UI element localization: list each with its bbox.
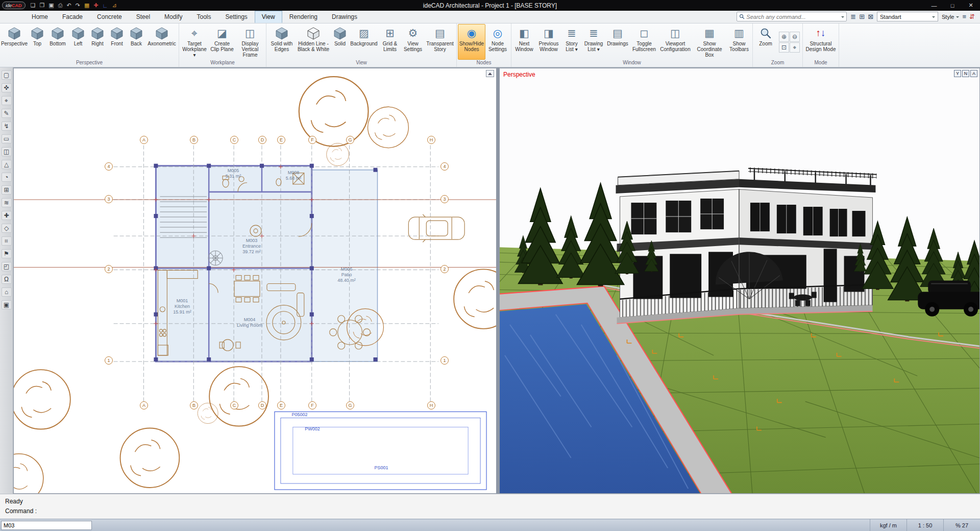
view-settings-button[interactable]: ⚙View Settings bbox=[401, 24, 425, 60]
flag-marker-icon[interactable]: ⚑ bbox=[2, 249, 12, 258]
tab-concrete[interactable]: Concrete bbox=[90, 11, 129, 23]
style-dropdown[interactable]: Style bbox=[942, 14, 959, 20]
new-file-icon[interactable]: ❏ bbox=[29, 2, 38, 9]
grid-tool-icon[interactable]: ⊞ bbox=[2, 185, 12, 195]
front-view-button[interactable]: Front bbox=[107, 24, 127, 60]
triangle-tool-icon[interactable]: △ bbox=[2, 160, 12, 169]
create-clip-plane-button[interactable]: ◪Create Clip Plane bbox=[209, 24, 235, 60]
background-button[interactable]: ▨Background bbox=[349, 24, 379, 60]
tab-drawings[interactable]: Drawings bbox=[325, 11, 364, 23]
tab-settings[interactable]: Settings bbox=[218, 11, 254, 23]
add-node-icon[interactable]: ✚ bbox=[2, 211, 12, 220]
polyline-tool-icon[interactable]: ↯ bbox=[2, 122, 12, 131]
redo-icon[interactable]: ↷ bbox=[74, 2, 82, 9]
snap-grid-icon[interactable]: ▦ bbox=[82, 2, 91, 9]
search-dropdown-icon[interactable] bbox=[841, 16, 844, 19]
tab-home[interactable]: Home bbox=[24, 11, 55, 23]
element-name-field[interactable] bbox=[1, 521, 92, 530]
structural-design-mode-button[interactable]: ↑↓Structural Design Mode bbox=[804, 24, 838, 60]
save-icon[interactable]: ▣ bbox=[46, 2, 56, 9]
close-window-icon[interactable]: ⊠ bbox=[868, 13, 873, 20]
arc-tool-icon[interactable]: ◔ bbox=[2, 173, 12, 182]
diamond-tool-icon[interactable]: ◇ bbox=[2, 224, 12, 233]
selection-tool-icon[interactable]: ▢ bbox=[2, 70, 12, 80]
snap-target-icon[interactable]: ⌖ bbox=[2, 96, 12, 105]
next-window-icon: ◧ bbox=[519, 26, 529, 41]
3d-view-canvas[interactable] bbox=[500, 68, 979, 493]
zoom-extents-button[interactable]: ⊡ bbox=[779, 42, 789, 53]
toggle-fullscreen-button[interactable]: ◻Toggle Fullscreen bbox=[630, 24, 658, 60]
story-list-button[interactable]: ≣Story List ▾ bbox=[561, 24, 582, 60]
next-window-button[interactable]: ◧Next Window bbox=[512, 24, 536, 60]
tab-steel[interactable]: Steel bbox=[129, 11, 157, 23]
tab-view[interactable]: View bbox=[255, 11, 282, 23]
sketch-tool-icon[interactable]: ✎ bbox=[2, 109, 12, 118]
zoom-in-button[interactable]: ⊕ bbox=[779, 32, 789, 42]
grid-limits-button[interactable]: ⊞Grid & Limits bbox=[379, 24, 401, 60]
omega-profile-icon[interactable]: Ω bbox=[2, 275, 12, 284]
perspective-view-button[interactable]: Perspective bbox=[1, 24, 28, 60]
solid-button[interactable]: Solid bbox=[331, 24, 349, 60]
axis-icon[interactable]: ∟ bbox=[101, 3, 110, 9]
left-view-button[interactable]: Left bbox=[68, 24, 88, 60]
axonometric-view-button[interactable]: Axonometric bbox=[146, 24, 178, 60]
zoom-button[interactable]: Zoom bbox=[754, 24, 777, 60]
plan-scroll-up-button[interactable] bbox=[486, 70, 494, 77]
show-toolbars-button[interactable]: ▥Show Toolbars bbox=[727, 24, 751, 60]
zoom-out-button[interactable]: ⊖ bbox=[790, 32, 800, 42]
perspective-viewport[interactable]: Perspective YNA bbox=[499, 68, 980, 494]
target-workplane-button[interactable]: ⌖Target Workplane ▾ bbox=[180, 24, 209, 60]
tab-facade[interactable]: Facade bbox=[55, 11, 90, 23]
toolbar-menu-icon[interactable]: ≡ bbox=[963, 13, 967, 20]
viewport-control-y[interactable]: Y bbox=[954, 70, 961, 77]
tab-tools[interactable]: Tools bbox=[189, 11, 218, 23]
top-view-button[interactable]: Top bbox=[28, 24, 47, 60]
viewport-control-n[interactable]: N bbox=[962, 70, 969, 77]
refresh-icon[interactable]: ⇵ bbox=[969, 13, 975, 20]
right-view-button[interactable]: Right bbox=[88, 24, 107, 60]
standart-combo[interactable]: Standart bbox=[877, 12, 938, 21]
scale-indicator[interactable]: 1 : 50 bbox=[906, 519, 943, 531]
maximize-button[interactable]: □ bbox=[943, 0, 962, 11]
tab-rendering[interactable]: Rendering bbox=[282, 11, 325, 23]
close-button[interactable]: ✕ bbox=[962, 0, 980, 11]
corner-tool-icon[interactable]: ◰ bbox=[2, 262, 12, 271]
fill-region-icon[interactable]: ▣ bbox=[2, 300, 12, 309]
hatch-tool-icon[interactable]: ≋ bbox=[2, 198, 12, 207]
print-icon[interactable]: ⎙ bbox=[56, 2, 65, 9]
measure-icon[interactable]: ✚ bbox=[91, 2, 100, 9]
minimize-button[interactable]: — bbox=[925, 0, 943, 11]
open-file-icon[interactable]: ❐ bbox=[37, 2, 46, 9]
move-tool-icon[interactable]: ✜ bbox=[2, 83, 12, 92]
floor-plan-canvas[interactable] bbox=[14, 68, 496, 493]
zoom-percent-indicator[interactable]: % 27 bbox=[943, 519, 980, 531]
rectangle-tool-icon[interactable]: ▭ bbox=[2, 134, 12, 143]
drawings-button[interactable]: ▤Drawings bbox=[605, 24, 630, 60]
tile-windows-icon[interactable]: ⊞ bbox=[859, 13, 865, 20]
tab-modify[interactable]: Modify bbox=[157, 11, 189, 23]
zoom-window-button[interactable]: ⌖ bbox=[790, 42, 800, 53]
show-hide-nodes-button[interactable]: ◉Show/Hide Nodes bbox=[458, 24, 485, 60]
story-panel-icon[interactable]: ≣ bbox=[850, 13, 856, 20]
bottom-view-button[interactable]: Bottom bbox=[47, 24, 68, 60]
viewport-configuration-button[interactable]: ◫Viewport Configuration bbox=[658, 24, 692, 60]
search-input[interactable] bbox=[746, 14, 840, 20]
plan-viewport[interactable]: AABBCCDDEEFFGGHH44332211M0055.31 m²M0085… bbox=[13, 68, 497, 494]
home-tool-icon[interactable]: ⌂ bbox=[2, 287, 12, 297]
node-settings-button[interactable]: ◎Node Settings bbox=[485, 24, 510, 60]
back-view-button[interactable]: Back bbox=[127, 24, 146, 60]
display-vertical-frame-button[interactable]: ◫Display Vertical Frame bbox=[235, 24, 265, 60]
transparent-story-button[interactable]: ▤Transparent Story bbox=[425, 24, 455, 60]
wall-tool-icon[interactable]: ◫ bbox=[2, 147, 12, 156]
show-coordinate-box-button[interactable]: ▦Show Coordinate Box bbox=[692, 24, 727, 60]
command-prompt[interactable]: Command : bbox=[5, 506, 975, 516]
viewport-control-a[interactable]: A bbox=[970, 70, 977, 77]
drawing-list-button[interactable]: ≣Drawing List ▾ bbox=[582, 24, 605, 60]
previous-window-button[interactable]: ◨Previous Window bbox=[536, 24, 561, 60]
undo-icon[interactable]: ↶ bbox=[64, 2, 73, 9]
dimension-tool-icon[interactable]: ⌗ bbox=[2, 236, 12, 246]
node-display-icon[interactable]: ⊿ bbox=[110, 2, 118, 9]
solid-with-edges-button[interactable]: Solid with Edges bbox=[267, 24, 296, 60]
hidden-line-button[interactable]: Hidden Line - Black & White bbox=[296, 24, 331, 60]
command-search-box[interactable] bbox=[737, 12, 847, 21]
